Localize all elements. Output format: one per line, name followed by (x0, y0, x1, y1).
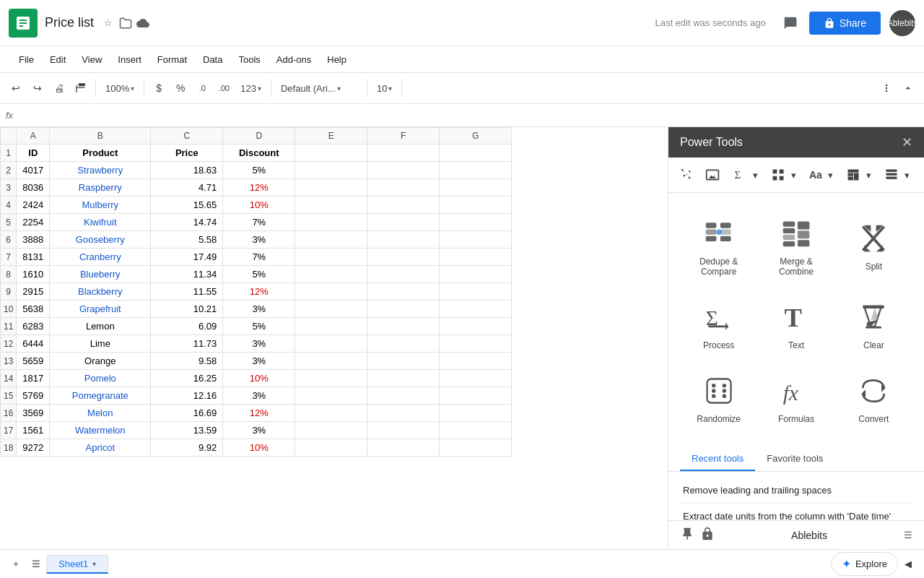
row-header-9[interactable]: 9 (1, 283, 17, 301)
row-header-15[interactable]: 15 (1, 387, 17, 405)
pt-sigma-dropdown[interactable]: ▾ (752, 163, 759, 186)
pt-grid-dropdown[interactable]: ▾ (790, 163, 797, 186)
cell-r13c2[interactable]: 9.58 (151, 353, 223, 370)
cell-r15c2[interactable]: 12.16 (151, 387, 223, 405)
cell-r2c5[interactable] (367, 162, 440, 179)
row-header-7[interactable]: 7 (1, 249, 17, 266)
row-header-13[interactable]: 13 (1, 353, 17, 370)
cell-r7c6[interactable] (440, 249, 512, 266)
col-header-A[interactable]: A (17, 128, 50, 144)
menu-addons[interactable]: Add-ons (269, 51, 318, 68)
cell-r3c5[interactable] (367, 179, 440, 197)
cell-r11c4[interactable] (295, 318, 367, 335)
pt-text-format-button[interactable]: Aa (808, 163, 823, 186)
cell-r15c4[interactable] (295, 387, 367, 405)
row-header-12[interactable]: 12 (1, 335, 17, 353)
pt-table-dropdown[interactable]: ▾ (866, 163, 872, 186)
paint-format-button[interactable] (71, 78, 91, 98)
cell-r8c5[interactable] (367, 266, 440, 283)
cell-r17c0[interactable]: 1561 (17, 422, 50, 439)
pt-item-formulas[interactable]: fx Formulas (757, 362, 834, 436)
menu-edit[interactable]: Edit (43, 51, 73, 68)
cell-r4c5[interactable] (367, 197, 440, 214)
cell-r5c6[interactable] (440, 214, 512, 231)
cell-r6c2[interactable]: 5.58 (151, 231, 223, 249)
cell-r12c6[interactable] (440, 335, 512, 353)
cell-r12c2[interactable]: 11.73 (151, 335, 223, 353)
cell-r13c1[interactable]: Orange (50, 353, 151, 370)
col-header-B[interactable]: B (50, 128, 151, 144)
cell-r11c3[interactable]: 5% (223, 318, 295, 335)
star-icon[interactable]: ☆ (100, 14, 117, 32)
pt-menu-button[interactable]: ☰ (904, 530, 912, 540)
cell-r4c4[interactable] (295, 197, 367, 214)
cell-r8c4[interactable] (295, 266, 367, 283)
cell-r4c2[interactable]: 15.65 (151, 197, 223, 214)
pt-recent-item-1[interactable]: Remove leading and trailing spaces (680, 478, 912, 504)
cell-r16c1[interactable]: Melon (50, 405, 151, 422)
cell-r16c6[interactable] (440, 405, 512, 422)
decimal-inc-button[interactable]: .00 (214, 78, 234, 98)
help-icon[interactable] (700, 527, 715, 543)
cell-r13c3[interactable]: 3% (223, 353, 295, 370)
cell-r18c3[interactable]: 10% (223, 439, 295, 457)
cell-r12c5[interactable] (367, 335, 440, 353)
pt-recent-item-2[interactable]: Extract date units from the column with … (680, 504, 912, 520)
cell-r13c0[interactable]: 5659 (17, 353, 50, 370)
cell-r2c3[interactable]: 5% (223, 162, 295, 179)
cell-r16c0[interactable]: 3569 (17, 405, 50, 422)
row-header-6[interactable]: 6 (1, 231, 17, 249)
cell-r1c5[interactable] (367, 144, 440, 162)
cell-r2c2[interactable]: 18.63 (151, 162, 223, 179)
cell-r1c2[interactable]: Price (151, 144, 223, 162)
redo-button[interactable]: ↪ (27, 78, 48, 98)
chat-icon[interactable] (777, 10, 803, 36)
menu-file[interactable]: File (12, 51, 41, 68)
cell-r16c3[interactable]: 12% (223, 405, 295, 422)
cell-r10c0[interactable]: 5638 (17, 301, 50, 318)
pt-item-clear[interactable]: Clear (835, 288, 912, 362)
cell-r11c0[interactable]: 6283 (17, 318, 50, 335)
cell-r9c3[interactable]: 12% (223, 283, 295, 301)
menu-format[interactable]: Format (150, 51, 194, 68)
cell-r1c4[interactable] (295, 144, 367, 162)
formula-input[interactable] (19, 110, 918, 121)
cell-r7c5[interactable] (367, 249, 440, 266)
cell-r12c3[interactable]: 3% (223, 335, 295, 353)
cell-r18c1[interactable]: Apricot (50, 439, 151, 457)
cell-r18c6[interactable] (440, 439, 512, 457)
cell-r5c5[interactable] (367, 214, 440, 231)
cell-r3c2[interactable]: 4.71 (151, 179, 223, 197)
pt-sigma-button[interactable]: Σ (732, 163, 748, 186)
pt-tab-favorite[interactable]: Favorite tools (755, 447, 834, 471)
col-header-E[interactable]: E (295, 128, 367, 144)
collapse-toolbar-button[interactable] (898, 78, 918, 98)
cell-r17c2[interactable]: 13.59 (151, 422, 223, 439)
pt-item-randomize[interactable]: Randomize (680, 362, 757, 436)
cell-r5c2[interactable]: 14.74 (151, 214, 223, 231)
cell-r4c0[interactable]: 2424 (17, 197, 50, 214)
row-header-1[interactable]: 1 (1, 144, 17, 162)
cell-r15c1[interactable]: Pomegranate (50, 387, 151, 405)
cell-r3c1[interactable]: Raspberry (50, 179, 151, 197)
cell-r14c2[interactable]: 16.25 (151, 370, 223, 387)
currency-button[interactable]: $ (149, 78, 169, 98)
cell-r14c3[interactable]: 10% (223, 370, 295, 387)
row-header-10[interactable]: 10 (1, 301, 17, 318)
cell-r14c5[interactable] (367, 370, 440, 387)
pt-image-button[interactable] (705, 163, 720, 186)
pt-table-button[interactable] (845, 163, 861, 186)
fontsize-select[interactable]: 10 ▾ (372, 81, 397, 96)
row-header-16[interactable]: 16 (1, 405, 17, 422)
cell-r15c0[interactable]: 5769 (17, 387, 50, 405)
cell-r1c3[interactable]: Discount (223, 144, 295, 162)
cell-r18c0[interactable]: 9272 (17, 439, 50, 457)
avatar[interactable]: Ablebits (889, 10, 915, 36)
cell-r5c3[interactable]: 7% (223, 214, 295, 231)
pin-icon[interactable] (680, 527, 694, 543)
pt-item-process[interactable]: Σ Process (680, 288, 757, 362)
row-header-4[interactable]: 4 (1, 197, 17, 214)
cell-r9c6[interactable] (440, 283, 512, 301)
cell-r3c0[interactable]: 8036 (17, 179, 50, 197)
cell-r3c3[interactable]: 12% (223, 179, 295, 197)
